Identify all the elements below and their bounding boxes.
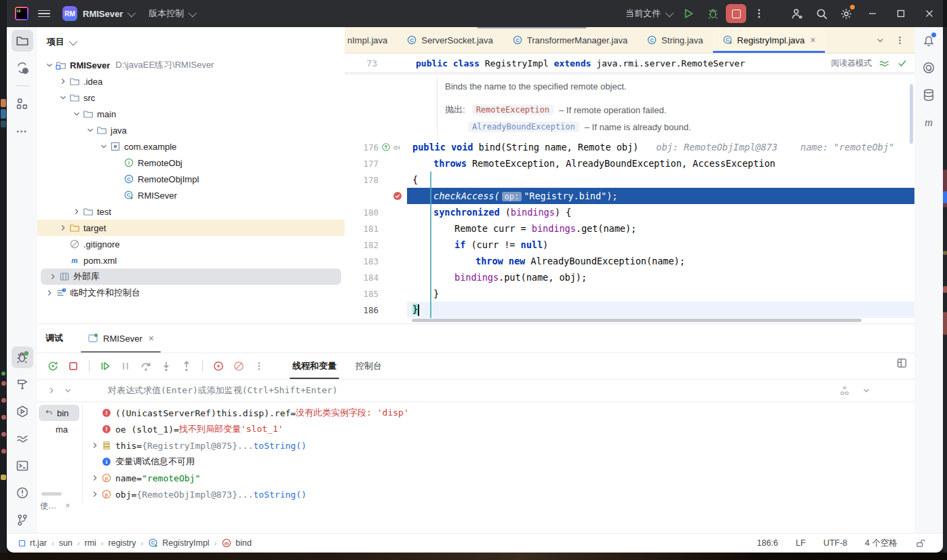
chevron-right-icon[interactable] [90, 441, 100, 450]
breakpoint-icon[interactable] [392, 191, 403, 201]
vertical-scrollbar[interactable] [910, 84, 913, 144]
vcs-menu[interactable]: 版本控制 [149, 7, 184, 20]
tree-item-target[interactable]: target [37, 220, 345, 236]
tool-structure[interactable] [12, 93, 33, 115]
variable-row[interactable]: i变量调试信息不可用 [83, 454, 914, 470]
highlight-level-icon[interactable] [878, 58, 890, 69]
tab-options-icon[interactable] [895, 35, 905, 45]
resume-button[interactable] [96, 357, 114, 375]
chevron-down-icon[interactable] [44, 60, 55, 71]
status-item[interactable]: 186:6 [757, 538, 778, 548]
reader-mode-button[interactable]: 阅读器模式 [831, 58, 872, 69]
debug-session-tab[interactable]: RMISever × [81, 324, 161, 353]
project-selector[interactable]: RMISever [83, 9, 123, 19]
search-icon[interactable] [810, 2, 833, 25]
step-into-button[interactable] [157, 357, 175, 375]
settings-gear-icon[interactable] [834, 2, 857, 25]
editor-tab-String.java[interactable]: CString.java [637, 27, 712, 53]
status-item[interactable]: LF [796, 538, 806, 548]
tool-git[interactable] [12, 509, 33, 531]
tool-debug[interactable] [12, 346, 33, 368]
chevron-down-icon[interactable] [98, 141, 109, 152]
tree-item-src[interactable]: src [37, 89, 345, 106]
status-item[interactable]: 4 个空格 [865, 538, 897, 549]
tool-terminal[interactable] [12, 455, 33, 477]
stop-button[interactable] [726, 4, 746, 23]
code-with-me-icon[interactable] [786, 2, 809, 25]
editor-tab-TransformerManager.java[interactable]: CTransformerManager.java [503, 27, 637, 53]
variable-row[interactable]: !oe (slot_1) = 找不到局部变量'slot_1' [83, 421, 914, 437]
tree-item-.idea[interactable]: .idea [37, 73, 345, 89]
tool-more[interactable]: ⋯ [12, 120, 33, 142]
javadoc-exception-chip[interactable]: AlreadyBoundException [468, 121, 579, 132]
tree-item-RemoteObj[interactable]: I RemoteObj [37, 155, 345, 171]
stop-button[interactable] [64, 357, 82, 375]
more-button[interactable] [250, 357, 268, 375]
editor-tab-ServerSocket.java[interactable]: CServerSocket.java [397, 27, 503, 53]
editor-tab-RegistryImpl.java[interactable]: CRegistryImpl.java × [713, 27, 826, 53]
tostring-link[interactable]: toString() [254, 441, 307, 451]
tree-item-main[interactable]: main [37, 106, 345, 122]
breadcrumb-rmi[interactable]: rmi [85, 538, 96, 548]
frame-bin[interactable]: bin [39, 405, 79, 421]
layout-settings-icon[interactable] [896, 357, 908, 369]
tool-endpoints[interactable] [12, 428, 33, 449]
variable-row[interactable]: this = {RegistryImpl@875} ... toString() [83, 437, 914, 454]
maven-panel-icon[interactable]: m [918, 111, 940, 133]
tool-project-folder[interactable] [12, 30, 33, 52]
rerun-button[interactable] [44, 357, 62, 375]
run-configuration-selector[interactable]: 当前文件 [625, 7, 672, 20]
breadcrumb-sun[interactable]: sun [59, 538, 73, 548]
tree-item-外部库[interactable]: 外部库 [41, 268, 341, 285]
tree-item-RemoteObjImpl[interactable]: C RemoteObjImpl [37, 171, 345, 187]
tree-item-临时文件和控制台[interactable]: 临时文件和控制台 [37, 285, 345, 301]
breadcrumb-rt.jar[interactable]: rt.jar [18, 538, 47, 548]
tree-item-java[interactable]: java [37, 122, 345, 138]
close-icon[interactable]: × [65, 501, 70, 511]
chevron-right-icon[interactable] [58, 222, 69, 233]
tree-item-.gitignore[interactable]: .gitignore [37, 236, 345, 252]
override-marker-icon[interactable] [381, 142, 391, 152]
tree-item-RMISever[interactable]: C RMISever [37, 187, 345, 203]
project-avatar[interactable]: RM [62, 6, 77, 21]
evaluate-expression-bar[interactable]: 对表达式求值(Enter)或添加监视(Ctrl+Shift+Enter) [37, 379, 914, 402]
javadoc-exception-chip[interactable]: RemoteException [472, 104, 554, 115]
variable-row[interactable]: !((UnicastServerRef)this.disp).ref = 没有此… [83, 405, 914, 421]
frames-scrollbar[interactable] [41, 492, 62, 496]
chevron-right-icon[interactable] [44, 287, 55, 298]
add-watch-icon[interactable] [838, 384, 851, 397]
project-panel-title[interactable]: 项目 [47, 36, 64, 48]
breadcrumb-registry[interactable]: registry [109, 538, 136, 548]
chevron-down-icon[interactable] [63, 386, 73, 395]
close-icon[interactable]: × [149, 333, 154, 344]
maximize-button[interactable] [887, 0, 914, 27]
editor-tab-nImpl.java[interactable]: nImpl.java [345, 27, 397, 53]
debug-view-tab-控制台[interactable]: 控制台 [347, 353, 390, 379]
chevron-down-icon[interactable] [85, 125, 96, 136]
tree-item-test[interactable]: test [37, 203, 345, 220]
chevron-down-icon[interactable] [71, 108, 82, 119]
tool-problems[interactable] [12, 482, 33, 504]
horizontal-scrollbar[interactable] [412, 319, 862, 322]
view-breakpoints-button[interactable] [210, 357, 227, 375]
mute-breakpoints-button[interactable] [230, 357, 248, 375]
lock-open-icon[interactable] [915, 538, 925, 548]
debug-button[interactable] [701, 2, 724, 25]
step-out-button[interactable] [178, 357, 195, 375]
tool-services[interactable] [12, 401, 33, 422]
step-over-button[interactable] [137, 357, 155, 375]
tree-item-RMISever[interactable]: RMISeverD:\javaEE练习\RMISever [37, 57, 345, 73]
code-line-176[interactable]: 176@ public void bind(String name, Remot… [345, 139, 914, 155]
tostring-link[interactable]: toString() [254, 489, 307, 500]
database-icon[interactable] [918, 84, 940, 106]
code-line-177[interactable]: 177 throws RemoteException, AlreadyBound… [345, 155, 914, 172]
chevron-right-icon[interactable] [58, 76, 69, 87]
tree-item-pom.xml[interactable]: m pom.xml [37, 252, 345, 268]
main-menu-icon[interactable] [38, 10, 50, 18]
inspections-ok-icon[interactable] [897, 58, 908, 68]
chevron-right-icon[interactable] [90, 489, 100, 499]
more-actions-icon[interactable] [748, 2, 771, 25]
variable-row[interactable]: pname = "remoteObj" [83, 470, 914, 486]
chevron-right-icon[interactable] [71, 206, 82, 217]
chevron-right-icon[interactable] [47, 271, 58, 282]
